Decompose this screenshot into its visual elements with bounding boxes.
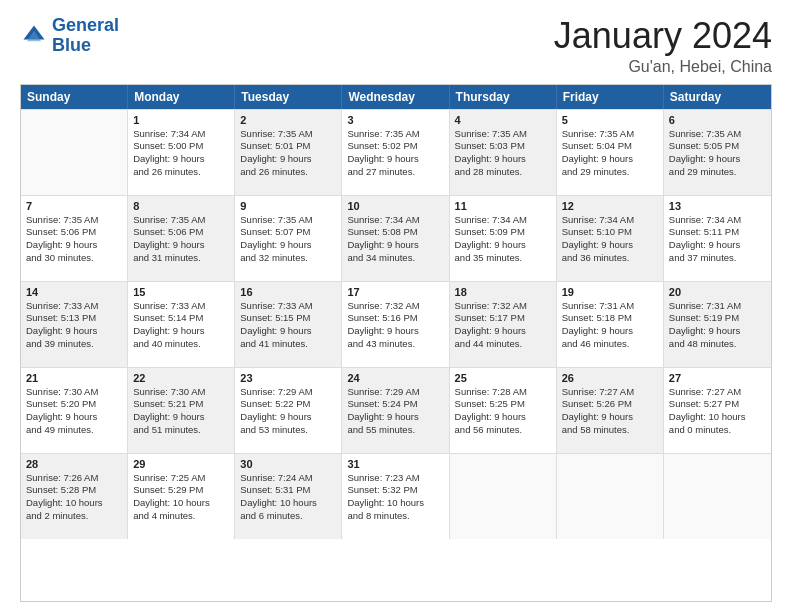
- empty-cell-4-5: [557, 454, 664, 539]
- day-cell-23: 23Sunrise: 7:29 AMSunset: 5:22 PMDayligh…: [235, 368, 342, 453]
- day-number: 10: [347, 200, 443, 212]
- cell-text: Sunrise: 7:35 AM: [669, 128, 766, 141]
- cell-text: and 6 minutes.: [240, 510, 336, 523]
- cell-text: Daylight: 9 hours: [26, 239, 122, 252]
- day-number: 21: [26, 372, 122, 384]
- day-number: 26: [562, 372, 658, 384]
- calendar-row-4: 28Sunrise: 7:26 AMSunset: 5:28 PMDayligh…: [21, 453, 771, 539]
- cell-text: and 29 minutes.: [562, 166, 658, 179]
- day-cell-11: 11Sunrise: 7:34 AMSunset: 5:09 PMDayligh…: [450, 196, 557, 281]
- cell-text: Sunset: 5:08 PM: [347, 226, 443, 239]
- cell-text: and 40 minutes.: [133, 338, 229, 351]
- cell-text: and 39 minutes.: [26, 338, 122, 351]
- cell-text: and 46 minutes.: [562, 338, 658, 351]
- cell-text: Sunrise: 7:34 AM: [562, 214, 658, 227]
- day-number: 1: [133, 114, 229, 126]
- day-cell-27: 27Sunrise: 7:27 AMSunset: 5:27 PMDayligh…: [664, 368, 771, 453]
- day-cell-8: 8Sunrise: 7:35 AMSunset: 5:06 PMDaylight…: [128, 196, 235, 281]
- cell-text: Sunset: 5:17 PM: [455, 312, 551, 325]
- day-cell-21: 21Sunrise: 7:30 AMSunset: 5:20 PMDayligh…: [21, 368, 128, 453]
- day-cell-31: 31Sunrise: 7:23 AMSunset: 5:32 PMDayligh…: [342, 454, 449, 539]
- cell-text: and 36 minutes.: [562, 252, 658, 265]
- day-cell-1: 1Sunrise: 7:34 AMSunset: 5:00 PMDaylight…: [128, 110, 235, 195]
- cell-text: Sunset: 5:09 PM: [455, 226, 551, 239]
- calendar-body: 1Sunrise: 7:34 AMSunset: 5:00 PMDaylight…: [21, 109, 771, 539]
- day-cell-28: 28Sunrise: 7:26 AMSunset: 5:28 PMDayligh…: [21, 454, 128, 539]
- day-number: 3: [347, 114, 443, 126]
- cell-text: and 51 minutes.: [133, 424, 229, 437]
- cell-text: Sunrise: 7:35 AM: [26, 214, 122, 227]
- logo-text: General Blue: [52, 16, 119, 56]
- day-number: 18: [455, 286, 551, 298]
- cell-text: Daylight: 9 hours: [347, 411, 443, 424]
- day-number: 16: [240, 286, 336, 298]
- weekday-header-wednesday: Wednesday: [342, 85, 449, 109]
- cell-text: and 26 minutes.: [133, 166, 229, 179]
- cell-text: Sunrise: 7:32 AM: [347, 300, 443, 313]
- cell-text: Sunrise: 7:29 AM: [347, 386, 443, 399]
- day-cell-19: 19Sunrise: 7:31 AMSunset: 5:18 PMDayligh…: [557, 282, 664, 367]
- calendar-row-0: 1Sunrise: 7:34 AMSunset: 5:00 PMDaylight…: [21, 109, 771, 195]
- cell-text: Sunset: 5:31 PM: [240, 484, 336, 497]
- day-number: 7: [26, 200, 122, 212]
- cell-text: Sunrise: 7:35 AM: [133, 214, 229, 227]
- cell-text: Sunrise: 7:24 AM: [240, 472, 336, 485]
- cell-text: Sunrise: 7:28 AM: [455, 386, 551, 399]
- cell-text: Daylight: 9 hours: [240, 411, 336, 424]
- cell-text: Sunrise: 7:31 AM: [562, 300, 658, 313]
- day-cell-18: 18Sunrise: 7:32 AMSunset: 5:17 PMDayligh…: [450, 282, 557, 367]
- cell-text: Sunrise: 7:25 AM: [133, 472, 229, 485]
- cell-text: and 37 minutes.: [669, 252, 766, 265]
- day-number: 31: [347, 458, 443, 470]
- cell-text: and 30 minutes.: [26, 252, 122, 265]
- cell-text: Sunset: 5:26 PM: [562, 398, 658, 411]
- cell-text: Sunset: 5:16 PM: [347, 312, 443, 325]
- cell-text: Daylight: 9 hours: [455, 411, 551, 424]
- cell-text: Sunset: 5:24 PM: [347, 398, 443, 411]
- cell-text: Daylight: 9 hours: [26, 411, 122, 424]
- cell-text: Daylight: 9 hours: [347, 325, 443, 338]
- month-title: January 2024: [554, 16, 772, 56]
- cell-text: and 35 minutes.: [455, 252, 551, 265]
- day-number: 12: [562, 200, 658, 212]
- cell-text: Daylight: 9 hours: [133, 325, 229, 338]
- day-cell-10: 10Sunrise: 7:34 AMSunset: 5:08 PMDayligh…: [342, 196, 449, 281]
- cell-text: and 0 minutes.: [669, 424, 766, 437]
- day-cell-16: 16Sunrise: 7:33 AMSunset: 5:15 PMDayligh…: [235, 282, 342, 367]
- cell-text: Daylight: 9 hours: [562, 325, 658, 338]
- day-number: 15: [133, 286, 229, 298]
- cell-text: Sunrise: 7:34 AM: [133, 128, 229, 141]
- cell-text: Daylight: 9 hours: [455, 239, 551, 252]
- cell-text: Daylight: 9 hours: [133, 411, 229, 424]
- day-cell-29: 29Sunrise: 7:25 AMSunset: 5:29 PMDayligh…: [128, 454, 235, 539]
- empty-cell-4-4: [450, 454, 557, 539]
- cell-text: Daylight: 9 hours: [562, 411, 658, 424]
- cell-text: and 27 minutes.: [347, 166, 443, 179]
- logo: General Blue: [20, 16, 119, 56]
- day-number: 29: [133, 458, 229, 470]
- cell-text: Sunrise: 7:26 AM: [26, 472, 122, 485]
- cell-text: Sunrise: 7:27 AM: [669, 386, 766, 399]
- day-cell-25: 25Sunrise: 7:28 AMSunset: 5:25 PMDayligh…: [450, 368, 557, 453]
- cell-text: Sunset: 5:06 PM: [133, 226, 229, 239]
- header: General Blue January 2024 Gu'an, Hebei, …: [20, 16, 772, 76]
- cell-text: Sunrise: 7:29 AM: [240, 386, 336, 399]
- cell-text: Daylight: 9 hours: [669, 239, 766, 252]
- day-number: 24: [347, 372, 443, 384]
- cell-text: Daylight: 9 hours: [240, 325, 336, 338]
- logo-general: General: [52, 15, 119, 35]
- cell-text: Sunrise: 7:34 AM: [669, 214, 766, 227]
- cell-text: and 28 minutes.: [455, 166, 551, 179]
- day-cell-6: 6Sunrise: 7:35 AMSunset: 5:05 PMDaylight…: [664, 110, 771, 195]
- day-cell-13: 13Sunrise: 7:34 AMSunset: 5:11 PMDayligh…: [664, 196, 771, 281]
- calendar-row-3: 21Sunrise: 7:30 AMSunset: 5:20 PMDayligh…: [21, 367, 771, 453]
- cell-text: Sunset: 5:18 PM: [562, 312, 658, 325]
- cell-text: Sunrise: 7:35 AM: [240, 128, 336, 141]
- location: Gu'an, Hebei, China: [554, 58, 772, 76]
- cell-text: Sunrise: 7:33 AM: [240, 300, 336, 313]
- cell-text: and 58 minutes.: [562, 424, 658, 437]
- day-cell-9: 9Sunrise: 7:35 AMSunset: 5:07 PMDaylight…: [235, 196, 342, 281]
- cell-text: Sunset: 5:11 PM: [669, 226, 766, 239]
- day-cell-15: 15Sunrise: 7:33 AMSunset: 5:14 PMDayligh…: [128, 282, 235, 367]
- cell-text: Sunset: 5:06 PM: [26, 226, 122, 239]
